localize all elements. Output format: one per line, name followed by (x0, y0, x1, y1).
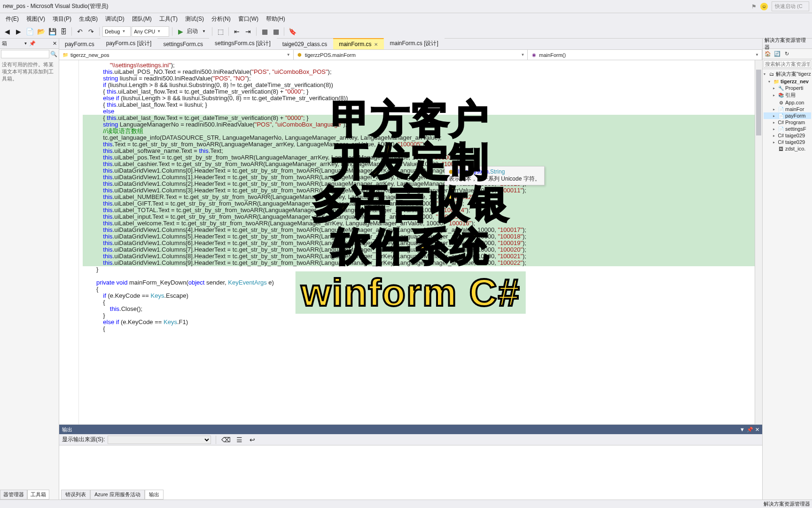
bottom-tab[interactable]: 工具箱 (27, 490, 49, 500)
open-file-icon[interactable]: 📂 (36, 26, 46, 37)
output-title: 输出 (62, 426, 72, 433)
close-icon[interactable]: ✕ (755, 427, 759, 433)
dropdown-icon[interactable]: ▼ (740, 427, 745, 433)
tree-node[interactable]: ▸C#Program (764, 119, 811, 126)
tree-node[interactable]: 🖼zdst_ico. (764, 145, 811, 152)
tree-node[interactable]: ▸C#taige029 (764, 139, 811, 145)
menu-item[interactable]: 件(E) (2, 14, 23, 24)
tree-node[interactable]: ⚙App.con (764, 99, 811, 106)
clear-icon[interactable]: ⌫ (221, 435, 231, 445)
comment-icon[interactable]: ▦ (259, 26, 270, 37)
editor-tab[interactable]: mainForm.cs [设计] (384, 38, 444, 49)
indent-icon[interactable]: ⇤ (232, 26, 242, 37)
step-icon[interactable]: ⬚ (215, 26, 226, 37)
solution-search (763, 59, 812, 69)
dropdown-icon[interactable]: ▼ (24, 41, 28, 46)
bottom-tab[interactable]: Azure 应用服务活动 (90, 490, 145, 500)
forward-button[interactable]: ▶ (13, 26, 23, 37)
config-dropdown[interactable]: Debug▼ (102, 26, 131, 37)
output-toolbar: 显示输出来源(S): ⌫ ☰ ↩ (59, 434, 762, 445)
start-label[interactable]: 启动 (187, 27, 198, 35)
status-bar: 解决方案资源管理器 (0, 500, 812, 508)
toolbar: ◀ ▶ 📄 📂 💾 🗄 ↶ ↷ Debug▼ Any CPU▼ ▶ 启动 ▼ ⬚… (0, 24, 812, 39)
toggle-icon[interactable]: ☰ (234, 435, 244, 445)
nav-class-dropdown[interactable]: ⬢ tigerzzPOS.mainForm▼ (294, 50, 528, 60)
editor-tab[interactable]: taige029_class.cs (277, 39, 333, 49)
menu-item[interactable]: 调试(D) (102, 14, 128, 24)
toolbox-search: 🔍 (0, 49, 59, 59)
editor-tab[interactable]: mainForm.cs✕ (333, 38, 384, 49)
bookmark-icon[interactable]: 🔖 (287, 26, 297, 37)
flag-icon[interactable]: ⚑ (751, 3, 757, 10)
menu-item[interactable]: 帮助(H) (262, 14, 289, 24)
scrollbar-thumb[interactable] (756, 70, 761, 135)
separator (228, 27, 229, 36)
pin-icon[interactable]: 📌 (747, 427, 753, 433)
menu-item[interactable]: 窗口(W) (234, 14, 262, 24)
start-debug-icon[interactable]: ▶ (175, 26, 186, 37)
tree-node[interactable]: ▸📄payForm (764, 112, 811, 119)
editor-tab[interactable]: settingsForm.cs (157, 39, 209, 49)
editor-tab[interactable]: settingsForm.cs [设计] (209, 38, 277, 49)
quick-launch-input[interactable]: 快速启动 (C (772, 1, 809, 11)
pin-icon[interactable]: 📌 (29, 40, 36, 47)
save-icon[interactable]: 💾 (47, 26, 57, 37)
editor-tab[interactable]: payForm.cs (59, 39, 101, 49)
editor-tab[interactable]: payForm.cs [设计] (101, 38, 158, 49)
platform-dropdown[interactable]: Any CPU▼ (132, 26, 169, 37)
notification-badge[interactable]: ☺ (760, 3, 768, 10)
back-button[interactable]: ◀ (2, 26, 12, 37)
sync-icon[interactable]: 🔄 (773, 50, 781, 58)
bottom-tab[interactable]: 输出 (145, 490, 164, 500)
nav-method-dropdown[interactable]: ◉ mainForm()▼ (528, 50, 762, 60)
dropdown-arrow-icon[interactable]: ▼ (199, 26, 209, 37)
refresh-icon[interactable]: ↻ (782, 50, 791, 58)
wrap-icon[interactable]: ↩ (247, 435, 258, 445)
solution-search-input[interactable] (764, 60, 811, 68)
menu-item[interactable]: 生成(B) (75, 14, 102, 24)
bottom-tab[interactable]: 错误列表 (61, 490, 90, 500)
menu-item[interactable]: 测试(S) (181, 14, 208, 24)
output-panel: 输出 ▼ 📌 ✕ 显示输出来源(S): ⌫ ☰ ↩ (59, 424, 762, 500)
class-icon: ⬢ (297, 52, 303, 58)
solution-tree[interactable]: ▾🗂解决方案"tigerz▾📁tigerzz_nev▸🔧Properti▸📚引用… (763, 69, 812, 153)
tree-node[interactable]: ▾🗂解决方案"tigerz (764, 70, 811, 78)
nav-project-dropdown[interactable]: 📁 tigerzz_new_pos▼ (59, 50, 294, 60)
new-file-icon[interactable]: 📄 (24, 26, 35, 37)
output-body[interactable] (59, 445, 762, 500)
undo-icon[interactable]: ↶ (75, 26, 85, 37)
outdent-icon[interactable]: ⇥ (243, 26, 253, 37)
solution-explorer-title: 解决方案资源管理器 (765, 37, 810, 51)
tree-node[interactable]: ▾📁tigerzz_nev (764, 78, 811, 85)
solution-explorer: 解决方案资源管理器 🏠 🔄 ↻ ▾🗂解决方案"tigerz▾📁tigerzz_n… (762, 39, 812, 500)
save-all-icon[interactable]: 🗄 (58, 26, 69, 37)
search-icon[interactable]: 🔍 (49, 50, 58, 58)
window-title: new_pos - Microsoft Visual Studio(管理员) (3, 2, 109, 10)
separator (99, 27, 100, 36)
menu-item[interactable]: 项目(P) (49, 14, 75, 24)
bottom-left-tabs: 器管理器工具箱 (0, 490, 49, 500)
menu-item[interactable]: 团队(M) (128, 14, 156, 24)
redo-icon[interactable]: ↷ (86, 26, 96, 37)
solution-explorer-header: 解决方案资源管理器 (763, 39, 812, 49)
tree-node[interactable]: ▸📚引用 (764, 91, 811, 99)
tab-strip: payForm.cspayForm.cs [设计]settingsForm.cs… (59, 39, 762, 50)
intellisense-tooltip: ⬢ class System.String 表示文本，即一系列 Unicode … (445, 166, 545, 185)
tree-node[interactable]: ▸🔧Properti (764, 85, 811, 91)
bottom-tab[interactable]: 器管理器 (0, 490, 27, 500)
close-icon[interactable]: ✕ (53, 40, 57, 47)
toolbox-search-input[interactable] (1, 50, 49, 58)
separator (256, 27, 257, 36)
tree-node[interactable]: ▸C#taige029 (764, 132, 811, 139)
close-tab-icon[interactable]: ✕ (374, 42, 378, 47)
class-icon: ⬢ (449, 169, 453, 175)
menu-item[interactable]: 视图(V) (23, 14, 49, 24)
uncomment-icon[interactable]: ▦ (271, 26, 281, 37)
home-icon[interactable]: 🏠 (764, 50, 772, 58)
menu-item[interactable]: 分析(N) (208, 14, 234, 24)
output-source-dropdown[interactable] (108, 436, 211, 444)
tree-node[interactable]: ▸📄mainFor (764, 106, 811, 112)
tree-node[interactable]: ▸📄settingsF (764, 126, 811, 132)
menu-bar: 件(E)视图(V)项目(P)生成(B)调试(D)团队(M)工具(T)测试(S)分… (0, 13, 812, 24)
menu-item[interactable]: 工具(T) (156, 14, 181, 24)
